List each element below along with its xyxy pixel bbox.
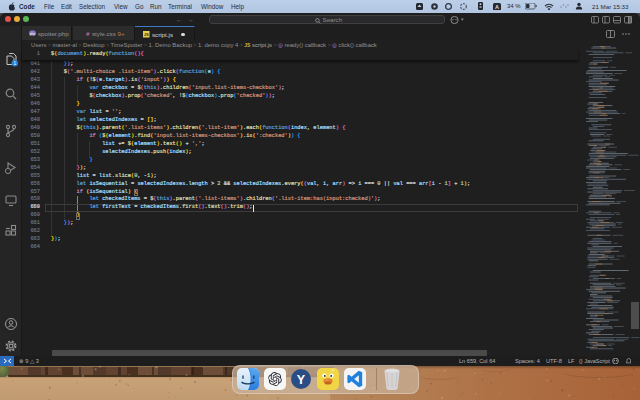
svg-text:Y: Y	[297, 373, 306, 387]
